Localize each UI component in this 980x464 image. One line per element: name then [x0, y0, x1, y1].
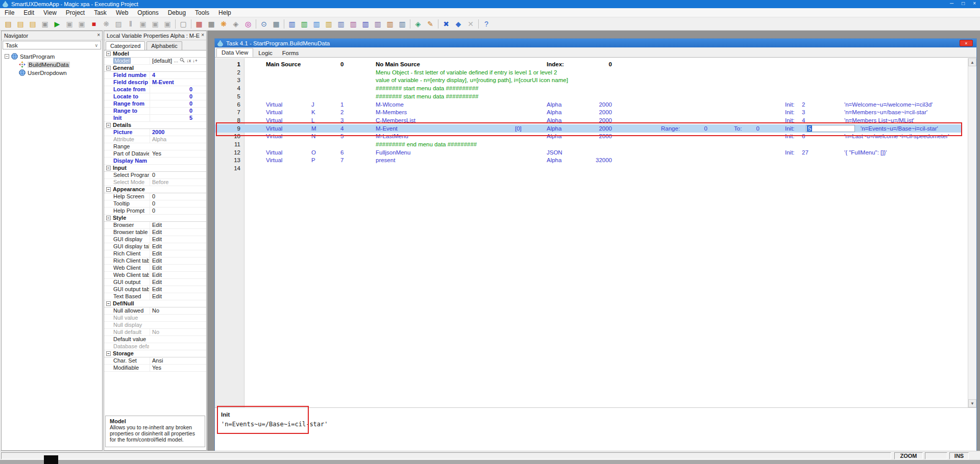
property-category-model[interactable]: −Model — [104, 50, 206, 58]
property-row-null-display[interactable]: Null display — [104, 322, 206, 329]
property-row-locate-to[interactable]: Locate to0 — [104, 93, 206, 100]
property-value[interactable]: Yes — [150, 365, 206, 371]
property-category-details[interactable]: −Details — [104, 122, 206, 129]
property-value[interactable]: Edit — [150, 243, 206, 250]
tab-alphabetic[interactable]: Alphabetic — [146, 41, 182, 50]
toolbar-icon-calculator[interactable]: ▦ — [270, 18, 282, 30]
table-row-14[interactable]: 14 — [215, 164, 962, 172]
property-row-range-to[interactable]: Range to0 — [104, 108, 206, 115]
disinherit-button[interactable]: ↓+ — [192, 58, 198, 64]
property-value[interactable]: Before — [150, 179, 206, 186]
menu-web[interactable]: Web — [111, 9, 133, 17]
sidebar-item-userdropdown[interactable]: UserDropdown — [19, 69, 67, 76]
toolbar-icon-form-designer[interactable]: ▥ — [310, 18, 323, 30]
property-row-null-default[interactable]: Null defaultNo — [104, 329, 206, 336]
property-value[interactable]: 0 — [150, 86, 206, 93]
toolbar-icon-run[interactable]: ▶ — [51, 18, 63, 30]
property-row-rich-client-tab[interactable]: Rich Client tabEdit — [104, 257, 206, 265]
table-row-9[interactable]: 9VirtualM4M-Event[0]AlphaRange:To:Init:2… — [215, 124, 962, 133]
property-row-rich-client[interactable]: Rich ClientEdit — [104, 250, 206, 257]
property-category-style[interactable]: −Style — [104, 215, 206, 222]
task-close-button[interactable]: × — [960, 40, 973, 46]
property-value[interactable]: Edit — [150, 257, 206, 264]
property-row-locate-from[interactable]: Locate from0 — [104, 86, 206, 93]
property-value[interactable]: Yes — [150, 150, 206, 157]
table-row-4[interactable]: 4######## start menu data ########## — [215, 84, 962, 92]
close-button[interactable]: × — [973, 1, 976, 6]
property-value[interactable]: Alpha — [150, 136, 206, 143]
tree-expander-icon[interactable]: − — [5, 54, 9, 59]
toolbar-icon-window-2[interactable]: ▣ — [149, 18, 161, 30]
menu-task[interactable]: Task — [89, 9, 111, 17]
toolbar-icon-table-editor[interactable]: ▦ — [205, 18, 217, 30]
table-row-3[interactable]: 3value of variable - n=[entry display], … — [215, 76, 962, 84]
property-value[interactable]: 0 — [150, 200, 206, 207]
property-value[interactable]: Edit — [150, 250, 206, 257]
property-row-tooltip[interactable]: Tooltip0 — [104, 200, 206, 208]
collapse-icon[interactable]: − — [106, 187, 111, 192]
toolbar-icon-document-3[interactable]: ▥ — [396, 18, 408, 30]
property-row-field-descrip[interactable]: Field descripM-Event — [104, 79, 206, 86]
property-row-select-mode[interactable]: Select ModeBefore — [104, 179, 206, 186]
property-row-help-prompt[interactable]: Help Prompt0 — [104, 208, 206, 215]
navigator-scope-select[interactable]: Task ∨ — [3, 41, 101, 49]
property-value[interactable]: No — [150, 329, 206, 336]
menu-options[interactable]: Options — [133, 9, 163, 17]
property-value[interactable]: 0 — [150, 193, 206, 200]
toolbar-icon-generator[interactable]: ▦ — [193, 18, 205, 30]
property-value[interactable]: 0 — [150, 208, 206, 214]
toolbar-icon-document-1[interactable]: ▥ — [372, 18, 384, 30]
menu-file[interactable]: File — [0, 9, 19, 17]
property-row-database-defa[interactable]: Database defa — [104, 343, 206, 350]
toolbar-icon-user-management[interactable]: ◈ — [412, 18, 424, 30]
toolbar-icon-print[interactable]: ▣ — [39, 18, 51, 30]
toolbar-icon-program-repository[interactable]: ▥ — [298, 18, 310, 30]
table-row-6[interactable]: 6VirtualJ1M-WlcomeAlphaInit:22000'n=Welc… — [215, 100, 962, 109]
property-value[interactable]: M-Event — [150, 79, 206, 86]
table-row-12[interactable]: 12VirtualO6FulljsonMenuJSONInit:27'{ "Fu… — [215, 148, 962, 157]
tab-categorized[interactable]: Categorized — [106, 41, 145, 50]
property-row-gui-display[interactable]: GUI displayEdit — [104, 236, 206, 243]
property-row-default-value[interactable]: Default value — [104, 336, 206, 343]
minimize-button[interactable]: ─ — [950, 1, 953, 6]
property-category-storage[interactable]: −Storage — [104, 350, 206, 357]
collapse-icon[interactable]: − — [106, 66, 111, 70]
property-row-model[interactable]: Model[default]…↓x↓+ — [104, 58, 206, 65]
table-row-13[interactable]: 13VirtualP7presentAlpha32000 — [215, 156, 962, 164]
table-row-5[interactable]: 5######## start menu data ########## — [215, 92, 962, 100]
table-row-7[interactable]: 7VirtualK2M-MembersAlphaInit:32000'n=Mem… — [215, 108, 962, 116]
property-row-null-value[interactable]: Null value — [104, 315, 206, 322]
property-value[interactable]: Ansi — [150, 357, 206, 364]
property-value[interactable]: 2000 — [150, 129, 206, 136]
tab-data-view[interactable]: Data View — [216, 48, 253, 57]
property-value[interactable]: Edit — [150, 272, 206, 278]
property-category-def-null[interactable]: −Def/Null — [104, 300, 206, 307]
toolbar-icon-menu-repository[interactable]: ▥ — [323, 18, 335, 30]
maximize-button[interactable]: □ — [962, 1, 965, 6]
toolbar-icon-document-2[interactable]: ▥ — [384, 18, 396, 30]
property-row-text-based[interactable]: Text BasedEdit — [104, 293, 206, 300]
property-row-picture[interactable]: Picture2000 — [104, 129, 206, 136]
properties-close-icon[interactable]: × — [201, 32, 204, 38]
toolbar-icon-step-into[interactable]: ▣ — [63, 18, 76, 30]
property-value[interactable]: Edit — [150, 286, 206, 293]
property-row-char-set[interactable]: Char. SetAnsi — [104, 357, 206, 365]
property-value[interactable]: 0 — [150, 172, 206, 178]
tab-forms[interactable]: Forms — [278, 49, 304, 57]
table-row-2[interactable]: 2Menu Object - first letter of variable … — [215, 68, 962, 76]
property-value[interactable]: 4 — [150, 72, 206, 79]
toolbar-icon-close-tasks[interactable]: ✖ — [440, 18, 452, 30]
menu-tools[interactable]: Tools — [190, 9, 214, 17]
toolbar-icon-open[interactable]: ▤ — [14, 18, 27, 30]
toolbar-icon-new[interactable]: ▤ — [2, 18, 14, 30]
property-row-gui-display-tab[interactable]: GUI display tabEdit — [104, 243, 206, 250]
property-value[interactable]: No — [150, 307, 206, 314]
property-row-gui-output-tab[interactable]: GUI output tabEdit — [104, 286, 206, 293]
property-value[interactable]: Edit — [150, 236, 206, 243]
table-row-11[interactable]: 11######### end menu data ######### — [215, 140, 962, 148]
property-row-display-nam[interactable]: Display Nam — [104, 158, 206, 165]
toolbar-icon-eraser[interactable]: ✕ — [464, 18, 477, 30]
table-row-1[interactable]: 1Main Source0No Main SourceIndex:0 — [215, 60, 962, 68]
toolbar-icon-rights-repository[interactable]: ▥ — [347, 18, 359, 30]
property-value[interactable]: Edit — [150, 222, 206, 228]
